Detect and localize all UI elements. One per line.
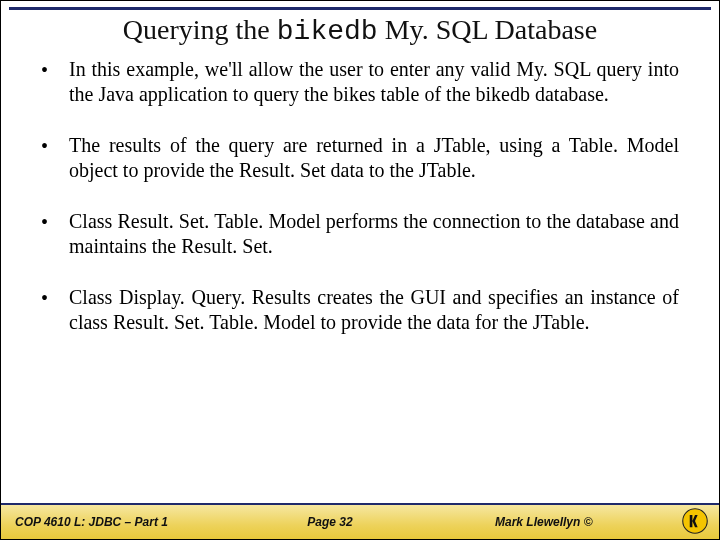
list-item: • The results of the query are returned … — [41, 133, 679, 183]
slide-title: Querying the bikedb My. SQL Database — [1, 10, 719, 57]
slide-body: • In this example, we'll allow the user … — [1, 57, 719, 539]
bullet-dot: • — [41, 209, 69, 235]
footer-right: Mark Llewellyn © — [435, 515, 705, 529]
bullet-text: Class Result. Set. Table. Model performs… — [69, 209, 679, 259]
bullet-dot: • — [41, 133, 69, 159]
footer-right-text: Mark Llewellyn © — [495, 515, 593, 529]
title-code: bikedb — [277, 16, 378, 47]
bullet-dot: • — [41, 57, 69, 83]
title-post: My. SQL Database — [378, 14, 598, 45]
footer-bar: COP 4610 L: JDBC – Part 1 Page 32 Mark L… — [1, 503, 719, 539]
bullet-dot: • — [41, 285, 69, 311]
bullet-list: • In this example, we'll allow the user … — [41, 57, 679, 335]
footer-center: Page 32 — [225, 515, 435, 529]
bullet-text: In this example, we'll allow the user to… — [69, 57, 679, 107]
bullet-text: The results of the query are returned in… — [69, 133, 679, 183]
bullet-text: Class Display. Query. Results creates th… — [69, 285, 679, 335]
footer-left: COP 4610 L: JDBC – Part 1 — [15, 515, 225, 529]
slide: Querying the bikedb My. SQL Database • I… — [0, 0, 720, 540]
list-item: • In this example, we'll allow the user … — [41, 57, 679, 107]
list-item: • Class Display. Query. Results creates … — [41, 285, 679, 335]
title-pre: Querying the — [123, 14, 277, 45]
list-item: • Class Result. Set. Table. Model perfor… — [41, 209, 679, 259]
ucf-logo-icon — [681, 507, 709, 535]
